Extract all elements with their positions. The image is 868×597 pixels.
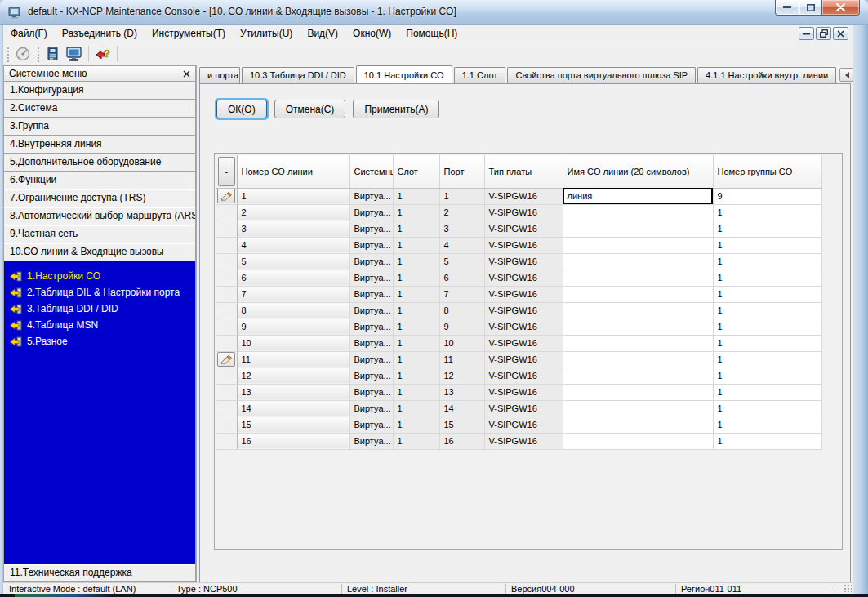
pbx-unit-icon[interactable] [42,44,64,64]
cell-card-type[interactable]: V-SIPGW16 [484,221,563,237]
cell-co-name-focused[interactable]: линия [563,188,713,204]
cell-system[interactable]: Виртуа... [349,368,393,384]
menu-item-5[interactable]: Окно(W) [345,25,398,42]
cell-group-number[interactable]: 1 [713,221,821,237]
resize-grip[interactable] [844,584,852,592]
cell-system[interactable]: Виртуа... [349,302,393,319]
cell-card-type[interactable]: V-SIPGW16 [484,384,563,400]
child-restore-button[interactable] [816,27,831,40]
cell-card-type[interactable]: V-SIPGW16 [484,270,563,286]
cell-co-number[interactable]: 3 [237,221,349,237]
cell-co-name[interactable] [563,351,713,368]
cell-group-number[interactable]: 1 [713,237,821,253]
cell-co-number[interactable]: 1 [237,188,349,204]
cell-port[interactable]: 3 [439,221,484,237]
cell-card-type[interactable]: V-SIPGW16 [484,286,563,302]
sidebar-item-4[interactable]: 4.Внутренняя линия [3,135,196,154]
collapse-button[interactable]: - [218,157,235,186]
sidebar-item-5[interactable]: 5.Дополнительное оборудование [3,153,196,172]
cell-co-number[interactable]: 2 [237,204,349,221]
cell-port[interactable]: 12 [439,368,484,384]
cell-slot[interactable]: 1 [393,221,439,237]
cell-port[interactable]: 7 [439,286,484,302]
submenu-item-2[interactable]: 2.Таблица DIL & Настройки порта [4,284,195,301]
cell-co-name[interactable] [563,368,713,384]
cell-slot[interactable]: 1 [393,433,439,449]
cell-system[interactable]: Виртуа... [349,237,393,253]
sidebar-item-3[interactable]: 3.Группа [3,117,196,136]
cell-co-number[interactable]: 13 [237,384,349,400]
cell-slot[interactable]: 1 [393,237,439,253]
cell-card-type[interactable]: V-SIPGW16 [484,204,563,221]
cell-port[interactable]: 15 [439,417,484,433]
submenu-item-3[interactable]: 3.Таблица DDI / DID [4,301,195,317]
cell-co-number[interactable]: 8 [237,302,349,319]
tab-6[interactable]: 4.1.1 Настройки внутр. линии [697,67,836,83]
cell-slot[interactable]: 1 [393,417,439,433]
cell-system[interactable]: Виртуа... [349,253,393,270]
cell-card-type[interactable]: V-SIPGW16 [484,302,563,319]
cell-system[interactable]: Виртуа... [349,384,393,400]
cell-port[interactable]: 2 [439,204,484,221]
sidebar-item-8[interactable]: 8.Автоматический выбор маршрута (ARS) [3,207,196,225]
cell-system[interactable]: Виртуа... [349,417,393,433]
cell-port[interactable]: 4 [439,237,484,253]
cell-co-number[interactable]: 16 [237,433,349,449]
cell-slot[interactable]: 1 [393,335,439,351]
cell-group-number[interactable]: 1 [713,253,821,270]
cell-system[interactable]: Виртуа... [349,400,393,417]
cell-co-number[interactable]: 6 [237,270,349,286]
context-help-icon[interactable]: ? [92,44,114,64]
cell-system[interactable]: Виртуа... [349,351,393,368]
cell-group-number[interactable]: 1 [713,302,821,319]
cell-co-name[interactable] [563,384,713,400]
sidebar-item-10[interactable]: 10.CO линии & Входящие вызовы [3,243,196,261]
cell-card-type[interactable]: V-SIPGW16 [484,433,563,449]
cell-card-type[interactable]: V-SIPGW16 [484,319,563,335]
cell-slot[interactable]: 1 [393,253,439,270]
submenu-item-5[interactable]: 5.Разное [4,333,195,350]
cell-card-type[interactable]: V-SIPGW16 [484,417,563,433]
sidebar-item-tech-support[interactable]: 11.Техническая поддержка [3,564,196,582]
cell-card-type[interactable]: V-SIPGW16 [484,253,563,270]
cell-group-number[interactable]: 1 [713,368,821,384]
cell-system[interactable]: Виртуа... [349,204,393,221]
cell-port[interactable]: 1 [439,188,484,204]
cell-slot[interactable]: 1 [393,188,439,204]
cell-port[interactable]: 5 [439,253,484,270]
cell-co-name[interactable] [563,319,713,335]
cell-slot[interactable]: 1 [393,384,439,400]
cell-slot[interactable]: 1 [393,270,439,286]
sidebar-item-7[interactable]: 7.Ограничение доступа (TRS) [3,189,196,207]
menu-item-4[interactable]: Вид(V) [300,25,345,42]
cell-group-number[interactable]: 1 [713,400,821,417]
cell-slot[interactable]: 1 [393,400,439,417]
cell-slot[interactable]: 1 [393,286,439,302]
cell-card-type[interactable]: V-SIPGW16 [484,188,563,204]
cell-group-number[interactable]: 1 [713,433,821,449]
cell-slot[interactable]: 1 [393,351,439,368]
apply-button[interactable]: Применить(A) [353,100,439,118]
cell-card-type[interactable]: V-SIPGW16 [484,368,563,384]
cell-co-name[interactable] [563,237,713,253]
cell-group-number[interactable]: 1 [713,417,821,433]
sidebar-item-9[interactable]: 9.Частная сеть [3,225,196,243]
tab-4[interactable]: 1.1 Слот [454,67,506,83]
menu-item-3[interactable]: Утилиты(U) [233,25,300,42]
cell-slot[interactable]: 1 [393,302,439,319]
child-close-button[interactable] [833,27,848,40]
sidebar-item-2[interactable]: 2.Система [3,99,196,118]
cell-system[interactable]: Виртуа... [349,433,393,449]
tab-1[interactable]: и порта [199,67,240,83]
cell-port[interactable]: 16 [439,433,484,449]
cell-port[interactable]: 6 [439,270,484,286]
menu-item-6[interactable]: Помощь(H) [398,25,465,42]
cell-co-name[interactable] [563,253,713,270]
cell-system[interactable]: Виртуа... [349,221,393,237]
cell-co-number[interactable]: 9 [237,319,349,335]
cell-port[interactable]: 14 [439,400,484,417]
cell-port[interactable]: 8 [439,302,484,319]
cell-port[interactable]: 10 [439,335,484,351]
tab-2[interactable]: 10.3 Таблица DDI / DID [242,67,354,83]
cell-co-number[interactable]: 10 [237,335,349,351]
